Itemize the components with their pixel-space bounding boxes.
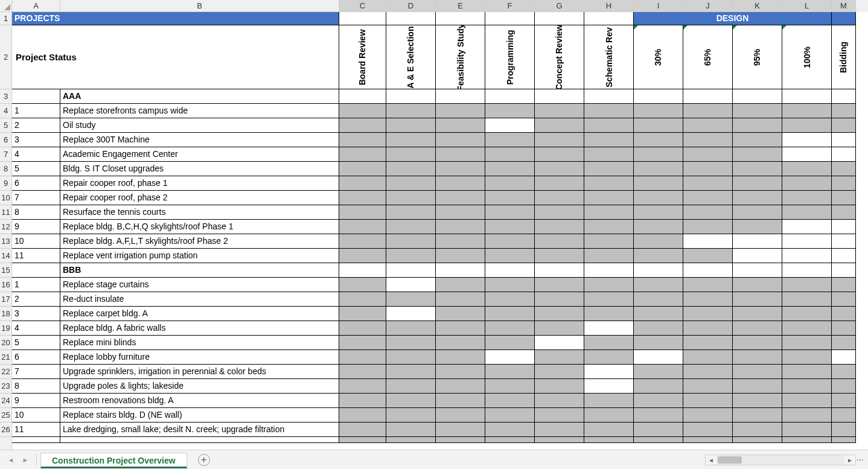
phase-header-I[interactable]: 30%: [634, 25, 683, 89]
cell-A27[interactable]: [12, 437, 60, 443]
cell-F7[interactable]: [485, 147, 535, 162]
cell-M23[interactable]: [832, 379, 856, 394]
cell-B10[interactable]: Repair cooper roof, phase 2: [60, 191, 339, 205]
cell-F1[interactable]: [485, 12, 535, 25]
cell-I15[interactable]: [634, 263, 683, 278]
cell-C5[interactable]: [339, 118, 386, 133]
cell-J23[interactable]: [683, 379, 733, 394]
cell-K27[interactable]: [733, 437, 782, 443]
cell-E27[interactable]: [436, 437, 485, 443]
cell-H5[interactable]: [584, 118, 634, 133]
cell-A8[interactable]: 5: [12, 162, 60, 176]
row-header-15[interactable]: 15: [0, 263, 12, 278]
cell-B21[interactable]: Replace lobby furniture: [60, 350, 339, 365]
cell-E1[interactable]: [436, 12, 485, 25]
cell-I5[interactable]: [634, 118, 683, 133]
phase-header-J[interactable]: 65%: [683, 25, 733, 89]
cell-M19[interactable]: [832, 321, 856, 336]
cell-L3[interactable]: [782, 89, 832, 104]
cell-B13[interactable]: Replace bldg. A,F,L,T skylights/roof Pha…: [60, 234, 339, 249]
cell-B11[interactable]: Resurface the tennis courts: [60, 205, 339, 220]
cell-M1[interactable]: [832, 12, 856, 25]
cell-A15[interactable]: [12, 263, 60, 278]
sheet-tab[interactable]: Construction Project Overview: [40, 453, 187, 468]
cell-H27[interactable]: [584, 437, 634, 443]
cell-K16[interactable]: [733, 278, 782, 292]
cell-I3[interactable]: [634, 89, 683, 104]
col-header-L[interactable]: L: [782, 0, 832, 12]
cell-D25[interactable]: [386, 408, 436, 423]
cell-D24[interactable]: [386, 394, 436, 408]
cell-H23[interactable]: [584, 379, 634, 394]
cell-J11[interactable]: [683, 205, 733, 220]
col-header-D[interactable]: D: [386, 0, 436, 12]
cell-M25[interactable]: [832, 408, 856, 423]
cell-H21[interactable]: [584, 350, 634, 365]
cell-E14[interactable]: [436, 249, 485, 263]
col-header-E[interactable]: E: [436, 0, 485, 12]
cell-D1[interactable]: [386, 12, 436, 25]
cell-E21[interactable]: [436, 350, 485, 365]
cell-L21[interactable]: [782, 350, 832, 365]
cell-F18[interactable]: [485, 307, 535, 321]
cell-G25[interactable]: [535, 408, 584, 423]
cell-I14[interactable]: [634, 249, 683, 263]
cell-C12[interactable]: [339, 220, 386, 234]
row-header-18[interactable]: 18: [0, 307, 12, 321]
cell-C20[interactable]: [339, 336, 386, 350]
cell-A20[interactable]: 5: [12, 336, 60, 350]
cell-C27[interactable]: [339, 437, 386, 443]
cell-F8[interactable]: [485, 162, 535, 176]
row-header-1[interactable]: 1: [0, 12, 12, 25]
row-header-3[interactable]: 3: [0, 89, 12, 104]
cell-I22[interactable]: [634, 365, 683, 379]
cell-M27[interactable]: [832, 437, 856, 443]
cell-I19[interactable]: [634, 321, 683, 336]
cell-H16[interactable]: [584, 278, 634, 292]
phase-header-G[interactable]: Concept Review: [535, 25, 584, 89]
cell-M15[interactable]: [832, 263, 856, 278]
cell-G27[interactable]: [535, 437, 584, 443]
cell-F25[interactable]: [485, 408, 535, 423]
cell-E18[interactable]: [436, 307, 485, 321]
cell-D10[interactable]: [386, 191, 436, 205]
cell-J21[interactable]: [683, 350, 733, 365]
cell-L12[interactable]: [782, 220, 832, 234]
cell-L10[interactable]: [782, 191, 832, 205]
cell-I10[interactable]: [634, 191, 683, 205]
cell-C26[interactable]: [339, 423, 386, 437]
cell-A9[interactable]: 6: [12, 176, 60, 191]
cell-B12[interactable]: Replace bldg. B,C,H,Q skylights/roof Pha…: [60, 220, 339, 234]
cell-J27[interactable]: [683, 437, 733, 443]
cell-J10[interactable]: [683, 191, 733, 205]
cell-H3[interactable]: [584, 89, 634, 104]
row-header-14[interactable]: 14: [0, 249, 12, 263]
cell-M7[interactable]: [832, 147, 856, 162]
cell-M9[interactable]: [832, 176, 856, 191]
phase-header-M[interactable]: Bidding: [832, 25, 856, 89]
cell-H19[interactable]: [584, 321, 634, 336]
sheet-nav-arrows[interactable]: ◄ ►: [0, 456, 36, 464]
cell-D4[interactable]: [386, 104, 436, 118]
cell-B27[interactable]: [60, 437, 339, 443]
cell-K22[interactable]: [733, 365, 782, 379]
cell-H17[interactable]: [584, 292, 634, 307]
add-sheet-button[interactable]: +: [198, 454, 210, 466]
cell-H14[interactable]: [584, 249, 634, 263]
col-header-M[interactable]: M: [832, 0, 856, 12]
cell-M13[interactable]: [832, 234, 856, 249]
cell-M18[interactable]: [832, 307, 856, 321]
cell-D9[interactable]: [386, 176, 436, 191]
cell-L18[interactable]: [782, 307, 832, 321]
cell-C9[interactable]: [339, 176, 386, 191]
cell-B22[interactable]: Upgrade sprinklers, irrigation in perenn…: [60, 365, 339, 379]
cell-G12[interactable]: [535, 220, 584, 234]
cell-M4[interactable]: [832, 104, 856, 118]
row-header-22[interactable]: 22: [0, 365, 12, 379]
cell-A3[interactable]: [12, 89, 60, 104]
cell-L27[interactable]: [782, 437, 832, 443]
cell-G7[interactable]: [535, 147, 584, 162]
cell-F4[interactable]: [485, 104, 535, 118]
cell-K13[interactable]: [733, 234, 782, 249]
cell-J15[interactable]: [683, 263, 733, 278]
